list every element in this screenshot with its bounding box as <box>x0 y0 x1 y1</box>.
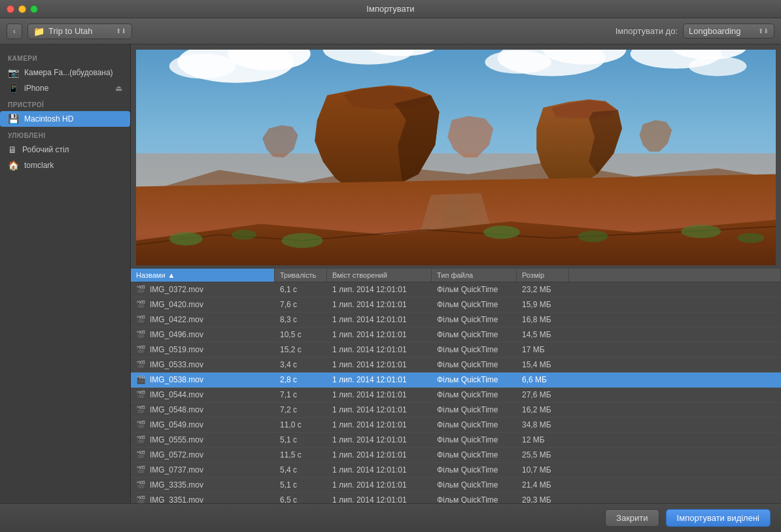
table-row[interactable]: 🎬 IMG_0420.mov 7,6 с 1 лип. 2014 12:01:0… <box>131 297 781 312</box>
main-area: КАМЕРИ 📷 Камера Fa...(вбудована) 📱 iPhon… <box>0 44 781 503</box>
svg-point-29 <box>281 233 323 248</box>
table-row[interactable]: 🎬 IMG_0538.mov 2,8 с 1 лип. 2014 12:01:0… <box>131 373 781 388</box>
sidebar-item-iphone[interactable]: 📱 iPhone ⏏ <box>0 80 130 96</box>
file-icon: 🎬 <box>136 285 146 294</box>
col-header-duration[interactable]: Тривалість <box>275 269 327 282</box>
table-row[interactable]: 🎬 IMG_0519.mov 15,2 с 1 лип. 2014 12:01:… <box>131 342 781 357</box>
file-icon: 🎬 <box>136 465 146 474</box>
sidebar-item-macintosh[interactable]: 💾 Macintosh HD <box>0 111 130 127</box>
harddrive-icon: 💾 <box>8 114 19 124</box>
cameras-section-label: КАМЕРИ <box>0 50 130 65</box>
close-button[interactable] <box>7 5 14 13</box>
file-size-cell: 21,4 МБ <box>517 478 569 492</box>
table-row[interactable]: 🎬 IMG_0496.mov 10,5 с 1 лип. 2014 12:01:… <box>131 327 781 342</box>
window-controls[interactable] <box>7 5 38 13</box>
file-extra-cell <box>569 317 781 322</box>
file-type-cell: Фільм QuickTime <box>432 342 517 357</box>
file-list-header: Назвами ▲ Тривалість Вміст створений Тип… <box>131 268 781 282</box>
file-name-cell: 🎬 IMG_0555.mov <box>131 433 275 447</box>
svg-point-28 <box>232 230 256 240</box>
file-created-cell: 1 лип. 2014 12:01:01 <box>327 478 432 492</box>
file-extra-cell <box>569 422 781 427</box>
file-type-cell: Фільм QuickTime <box>432 448 517 462</box>
file-name-cell: 🎬 IMG_0548.mov <box>131 403 275 417</box>
file-icon: 🎬 <box>136 360 146 369</box>
file-name-cell: 🎬 IMG_0538.mov <box>131 373 275 387</box>
file-created-cell: 1 лип. 2014 12:01:01 <box>327 342 432 357</box>
file-duration-cell: 5,1 с <box>275 433 327 447</box>
titlebar: Імпортувати <box>0 0 781 18</box>
minimize-button[interactable] <box>18 5 26 13</box>
file-duration-cell: 15,2 с <box>275 342 327 357</box>
file-list-area: Назвами ▲ Тривалість Вміст створений Тип… <box>131 268 781 503</box>
table-row[interactable]: 🎬 IMG_0555.mov 5,1 с 1 лип. 2014 12:01:0… <box>131 433 781 448</box>
file-name-cell: 🎬 IMG_0496.mov <box>131 327 275 342</box>
col-header-size[interactable]: Розмір <box>517 269 569 282</box>
preview-area <box>136 50 776 265</box>
folder-icon: 📁 <box>33 26 44 37</box>
file-created-cell: 1 лип. 2014 12:01:01 <box>327 493 432 503</box>
eject-button[interactable]: ⏏ <box>115 84 122 93</box>
file-icon: 🎬 <box>136 480 146 490</box>
file-created-cell: 1 лип. 2014 12:01:01 <box>327 463 432 477</box>
file-icon: 🎬 <box>136 330 146 339</box>
file-icon: 🎬 <box>136 345 146 354</box>
sidebar: КАМЕРИ 📷 Камера Fa...(вбудована) 📱 iPhon… <box>0 44 131 503</box>
table-row[interactable]: 🎬 IMG_0533.mov 3,4 с 1 лип. 2014 12:01:0… <box>131 357 781 373</box>
camera-icon: 📷 <box>8 67 19 78</box>
table-row[interactable]: 🎬 IMG_0572.mov 11,5 с 1 лип. 2014 12:01:… <box>131 448 781 463</box>
table-row[interactable]: 🎬 IMG_0372.mov 6,1 с 1 лип. 2014 12:01:0… <box>131 282 781 297</box>
file-icon: 🎬 <box>136 390 146 399</box>
iphone-label: iPhone <box>24 84 48 93</box>
import-destination-selector[interactable]: Longboarding ⬆⬇ <box>683 24 774 39</box>
file-name-cell: 🎬 IMG_0372.mov <box>131 282 275 297</box>
folder-dropdown-arrow: ⬆⬇ <box>116 27 126 35</box>
file-extra-cell <box>569 437 781 442</box>
table-row[interactable]: 🎬 IMG_3351.mov 6,5 с 1 лип. 2014 12:01:0… <box>131 493 781 503</box>
toolbar: ‹ 📁 Trip to Utah ⬆⬇ Імпортувати до: Long… <box>0 18 781 44</box>
file-created-cell: 1 лип. 2014 12:01:01 <box>327 433 432 447</box>
file-size-cell: 25,5 МБ <box>517 448 569 462</box>
file-icon: 🎬 <box>136 375 146 384</box>
sidebar-item-desktop[interactable]: 🖥 Робочий стіл <box>0 142 130 158</box>
file-duration-cell: 6,1 с <box>275 282 327 297</box>
col-header-created[interactable]: Вміст створений <box>327 269 432 282</box>
file-type-cell: Фільм QuickTime <box>432 463 517 477</box>
maximize-button[interactable] <box>30 5 38 13</box>
file-created-cell: 1 лип. 2014 12:01:01 <box>327 282 432 297</box>
table-row[interactable]: 🎬 IMG_0737.mov 5,4 с 1 лип. 2014 12:01:0… <box>131 463 781 478</box>
file-duration-cell: 3,4 с <box>275 357 327 372</box>
file-size-cell: 23,2 МБ <box>517 282 569 297</box>
sidebar-item-builtin-camera[interactable]: 📷 Камера Fa...(вбудована) <box>0 65 130 80</box>
iphone-icon: 📱 <box>8 83 19 93</box>
file-extra-cell <box>569 302 781 307</box>
file-extra-cell <box>569 497 781 503</box>
svg-point-3 <box>169 54 236 78</box>
svg-point-27 <box>169 232 203 245</box>
file-extra-cell <box>569 482 781 488</box>
col-header-type[interactable]: Тип файла <box>432 269 517 282</box>
table-row[interactable]: 🎬 IMG_0548.mov 7,2 с 1 лип. 2014 12:01:0… <box>131 403 781 418</box>
back-button[interactable]: ‹ <box>7 24 22 39</box>
file-size-cell: 34,8 МБ <box>517 418 569 432</box>
file-size-cell: 6,6 МБ <box>517 373 569 387</box>
table-row[interactable]: 🎬 IMG_0422.mov 8,3 с 1 лип. 2014 12:01:0… <box>131 312 781 327</box>
table-row[interactable]: 🎬 IMG_0549.mov 11,0 с 1 лип. 2014 12:01:… <box>131 418 781 433</box>
svg-point-31 <box>578 231 608 242</box>
folder-selector[interactable]: 📁 Trip to Utah ⬆⬇ <box>27 24 132 39</box>
col-header-name[interactable]: Назвами ▲ <box>131 269 275 282</box>
svg-point-8 <box>485 50 551 74</box>
file-type-cell: Фільм QuickTime <box>432 493 517 503</box>
table-row[interactable]: 🎬 IMG_0544.mov 7,1 с 1 лип. 2014 12:01:0… <box>131 388 781 403</box>
table-row[interactable]: 🎬 IMG_3335.mov 5,1 с 1 лип. 2014 12:01:0… <box>131 478 781 493</box>
file-created-cell: 1 лип. 2014 12:01:01 <box>327 297 432 312</box>
sidebar-item-home[interactable]: 🏠 tomclark <box>0 158 130 173</box>
cancel-button[interactable]: Закрити <box>605 509 659 527</box>
import-button[interactable]: Імпортувати виділені <box>666 509 771 527</box>
file-size-cell: 16,8 МБ <box>517 312 569 327</box>
file-created-cell: 1 лип. 2014 12:01:01 <box>327 312 432 327</box>
file-type-cell: Фільм QuickTime <box>432 433 517 447</box>
file-list-body[interactable]: 🎬 IMG_0372.mov 6,1 с 1 лип. 2014 12:01:0… <box>131 282 781 503</box>
desktop-label: Робочий стіл <box>22 145 69 154</box>
file-extra-cell <box>569 287 781 292</box>
